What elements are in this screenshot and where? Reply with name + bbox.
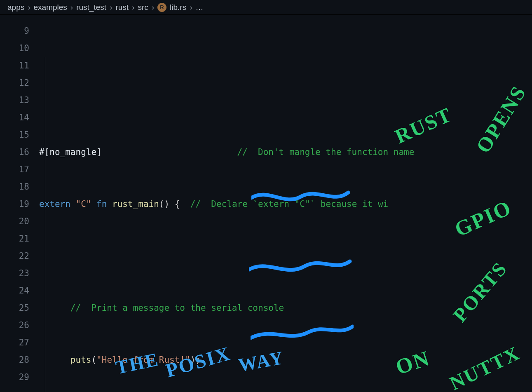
line-number: 10 <box>0 40 39 57</box>
line-number: 16 <box>0 143 39 161</box>
line-number: 22 <box>0 247 39 265</box>
indent-guide <box>45 57 45 392</box>
squiggle-icon <box>249 257 352 276</box>
crumb-examples[interactable]: examples <box>34 3 67 12</box>
crumb-symbol[interactable]: … <box>196 3 204 12</box>
code-line: // Print a message to the serial console <box>39 299 532 317</box>
line-number: 23 <box>0 265 39 282</box>
line-number: 21 <box>0 230 39 247</box>
line-number: 25 <box>0 299 39 317</box>
rust-file-icon: R <box>157 3 166 12</box>
line-number: 27 <box>0 334 39 351</box>
chevron-right-icon: › <box>70 3 73 12</box>
code-line: #[no_mangle] // Don't mangle the functio… <box>39 143 532 161</box>
line-number: 20 <box>0 213 39 230</box>
crumb-rust[interactable]: rust <box>115 3 129 12</box>
line-number: 24 <box>0 282 39 299</box>
line-number: 9 <box>0 22 39 40</box>
line-number-gutter: 9101112131415161718192021222324252627282… <box>0 15 39 392</box>
line-number: 19 <box>0 195 39 213</box>
squiggle-icon <box>251 324 354 343</box>
chevron-right-icon: › <box>110 3 112 12</box>
line-number: 28 <box>0 351 39 369</box>
crumb-apps[interactable]: apps <box>7 3 24 12</box>
line-number: 11 <box>0 57 39 74</box>
line-number: 15 <box>0 126 39 143</box>
squiggle-icon <box>251 188 350 204</box>
line-number: 18 <box>0 178 39 195</box>
chevron-right-icon: › <box>190 3 192 12</box>
chevron-right-icon: › <box>152 3 154 12</box>
line-number: 13 <box>0 92 39 109</box>
line-number: 12 <box>0 74 39 92</box>
chevron-right-icon: › <box>28 3 30 12</box>
line-number: 14 <box>0 109 39 126</box>
code-line <box>39 92 532 109</box>
code-line: puts("Hello from Rust!"); <box>39 351 532 369</box>
chevron-right-icon: › <box>132 3 134 12</box>
line-number: 26 <box>0 317 39 334</box>
breadcrumb[interactable]: apps › examples › rust_test › rust › src… <box>0 0 532 15</box>
line-number: 17 <box>0 161 39 178</box>
crumb-src[interactable]: src <box>138 3 148 12</box>
line-number: 29 <box>0 369 39 386</box>
crumb-lib-rs[interactable]: lib.rs <box>170 3 186 12</box>
crumb-rust-test[interactable]: rust_test <box>76 3 106 12</box>
